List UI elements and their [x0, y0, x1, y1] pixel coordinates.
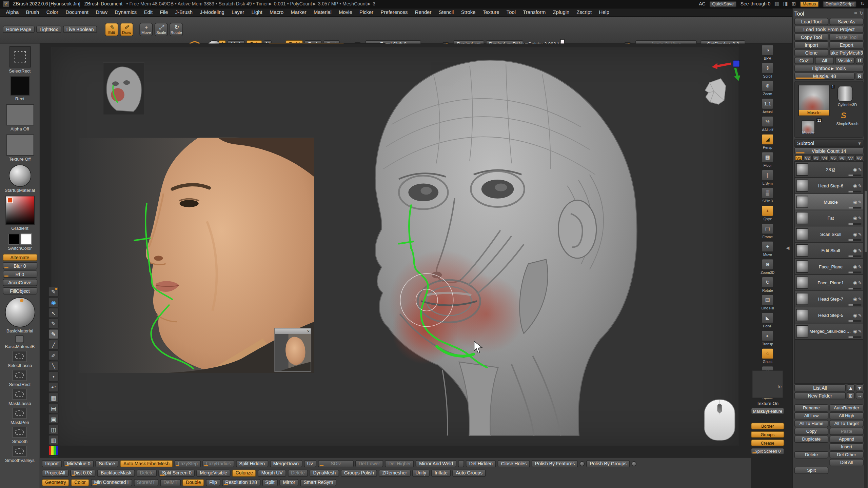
- bottom-shelf-button[interactable]: Surface: [95, 460, 118, 467]
- subtool-row[interactable]: Muscle ◉ ✎: [795, 194, 863, 210]
- bottom-shelf-button[interactable]: Resolution 128: [222, 479, 260, 486]
- fillobject-button[interactable]: FillObject: [2, 287, 37, 294]
- subtool-tab[interactable]: V4: [821, 155, 829, 161]
- bottom-shelf-button[interactable]: SDiv: [318, 460, 354, 467]
- inset-photo[interactable]: [275, 334, 311, 371]
- menu-item[interactable]: Transform: [519, 9, 549, 15]
- subtool-paint-icon[interactable]: ✎: [858, 264, 862, 269]
- menu-item[interactable]: Marker: [287, 9, 310, 15]
- rotate-mode-button[interactable]: ↻Rotate: [170, 23, 183, 36]
- selected-tool-thumbnail[interactable]: Muscle: [798, 85, 829, 116]
- quick-brush-thumbnail[interactable]: [13, 389, 27, 400]
- quick-brush-thumbnail[interactable]: [13, 408, 27, 419]
- border-button[interactable]: Border: [751, 423, 784, 429]
- subtool-thumbnail[interactable]: [796, 244, 808, 257]
- stroke-thumbnail[interactable]: [10, 76, 29, 95]
- crease-button[interactable]: Crease: [751, 440, 784, 446]
- quick-brush-item[interactable]: SelectRect: [9, 370, 31, 387]
- layout-grid-icon[interactable]: ⊞: [792, 1, 796, 6]
- right-shelf-icon[interactable]: ⊕: [762, 80, 774, 92]
- subtool-paint-icon[interactable]: ✎: [858, 183, 862, 188]
- quick-brush-item[interactable]: SmoothValleys: [5, 446, 35, 463]
- bottom-shelf-button[interactable]: Split: [262, 479, 278, 486]
- canvas-tool-icon[interactable]: ✎: [48, 329, 59, 339]
- right-shelf-icon[interactable]: ∥: [762, 169, 774, 181]
- current-texture[interactable]: Texture Off: [6, 135, 34, 162]
- subtool-visibility-eye-icon[interactable]: ◉: [853, 312, 857, 318]
- bottom-shelf-button[interactable]: Double: [182, 479, 204, 486]
- canvas-tool-icon[interactable]: ↖: [48, 308, 59, 318]
- right-shelf-icon[interactable]: ▢: [762, 223, 774, 234]
- subtool-mini-slider[interactable]: [848, 191, 861, 192]
- bottom-shelf-button[interactable]: Auto Groups: [453, 469, 486, 476]
- subtool-mini-slider[interactable]: [848, 304, 861, 306]
- right-shelf-item[interactable]: ⇕ Scroll: [762, 62, 774, 78]
- current-stroke[interactable]: Rect: [10, 76, 29, 101]
- bottom-shelf-button[interactable]: BackfaceMask: [97, 469, 135, 476]
- simplebrush-thumbnail[interactable]: S: [841, 110, 846, 120]
- basic-material[interactable]: BasicMaterial: [5, 297, 35, 333]
- layout-panels-icon[interactable]: ▥: [774, 1, 779, 6]
- bottom-shelf-button[interactable]: Flip: [206, 479, 220, 486]
- menu-item[interactable]: Picker: [356, 9, 377, 15]
- subtool-mini-slider[interactable]: [848, 336, 861, 338]
- right-shelf-icon[interactable]: ◑: [762, 45, 774, 56]
- goz-visible-button[interactable]: Visible: [835, 57, 854, 64]
- menu-item[interactable]: Light: [248, 9, 266, 15]
- subtool-action-button[interactable]: Duplicate: [794, 435, 828, 443]
- subtool-thumbnail[interactable]: [796, 293, 808, 305]
- bottom-shelf-button[interactable]: Unify: [412, 469, 430, 476]
- paste-tool-button[interactable]: Paste Tool: [829, 34, 863, 41]
- subtool-mini-slider[interactable]: [848, 223, 861, 225]
- goz-r-button[interactable]: R: [856, 57, 864, 64]
- lightbox-tools-button[interactable]: Lightbox►Tools: [794, 65, 864, 72]
- visible-count-slider[interactable]: Visible Count 14: [794, 147, 864, 154]
- subtool-visibility-eye-icon[interactable]: ◉: [853, 248, 857, 253]
- subtool-action-button[interactable]: AutoReorder: [829, 404, 863, 411]
- menu-item[interactable]: Stroke: [457, 9, 479, 15]
- load-tools-from-project-button[interactable]: Load Tools From Project: [794, 26, 864, 33]
- bottom-shelf-button[interactable]: MergeDown: [270, 460, 302, 467]
- switch-color[interactable]: SwitchColor: [8, 234, 32, 251]
- subtool-action-button[interactable]: Del All: [829, 459, 863, 466]
- main-color-swatch[interactable]: [8, 234, 19, 245]
- subtool-action-button[interactable]: Insert: [829, 443, 863, 450]
- menu-item[interactable]: Macro: [266, 9, 287, 15]
- subtool-action-button[interactable]: Copy: [794, 428, 828, 435]
- menus-button[interactable]: Menus: [800, 1, 819, 7]
- subtool-action-button[interactable]: All To Home: [794, 420, 828, 427]
- draw-mode-button[interactable]: ✐Draw: [120, 23, 133, 36]
- right-shelf-icon[interactable]: ⇕: [762, 62, 774, 74]
- right-shelf-item[interactable]: ▢ Frame: [762, 223, 774, 239]
- subtool-row[interactable]: 28강 ◉ ✎: [795, 162, 863, 178]
- subtool-visibility-eye-icon[interactable]: ◉: [853, 183, 857, 188]
- right-shelf-icon[interactable]: ▦: [762, 152, 774, 163]
- bottom-shelf-button[interactable]: MidValue 0: [64, 460, 94, 467]
- menu-item[interactable]: Edit: [140, 9, 156, 15]
- scale-mode-button[interactable]: ⤢Scale: [155, 23, 168, 36]
- right-shelf-icon[interactable]: ⊕: [762, 259, 774, 270]
- right-shelf-item[interactable]: ◌ Ghost: [762, 348, 774, 364]
- current-alpha[interactable]: Alpha Off: [6, 104, 34, 132]
- menu-item[interactable]: Material: [310, 9, 335, 15]
- make-polymesh3d-button[interactable]: Make PolyMesh3D: [829, 49, 863, 56]
- right-shelf-icon[interactable]: +: [762, 241, 774, 252]
- right-shelf-item[interactable]: ∥ L.Sym: [762, 169, 774, 185]
- subtool-action-button[interactable]: All High: [829, 412, 863, 419]
- subtool-paint-icon[interactable]: ✎: [858, 297, 862, 302]
- right-shelf-icon[interactable]: 1:1: [762, 98, 774, 109]
- bottom-shelf-button[interactable]: Del Lower: [355, 460, 383, 467]
- bottom-shelf-button[interactable]: Delete: [288, 469, 308, 476]
- bottom-shelf-button[interactable]: Min Connected I: [91, 479, 132, 486]
- canvas-tool-icon[interactable]: ╱: [48, 340, 59, 350]
- subtool-mini-slider[interactable]: [848, 320, 861, 322]
- home-page-button[interactable]: Home Page: [3, 26, 35, 33]
- basic-material-b[interactable]: BasicMaterialB: [5, 335, 35, 349]
- menu-item[interactable]: Document: [62, 9, 92, 15]
- subtool-row[interactable]: Face_Plane ◉ ✎: [795, 259, 863, 275]
- bottom-shelf-button[interactable]: StoreMT: [134, 479, 158, 486]
- subtool-mini-slider[interactable]: [848, 271, 861, 273]
- subtool-action-button[interactable]: Rename: [794, 404, 828, 411]
- subtool-paint-icon[interactable]: ✎: [858, 199, 862, 204]
- right-shelf-item[interactable]: ▤ Line Fill: [761, 294, 774, 310]
